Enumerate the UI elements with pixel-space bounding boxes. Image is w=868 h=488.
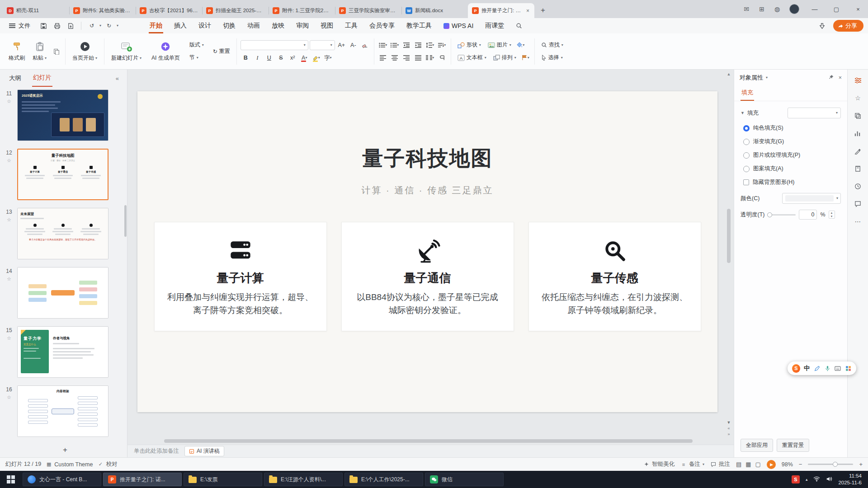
tab-slideshow[interactable]: 放映 xyxy=(266,18,290,33)
document-tab[interactable]: P附件5: 其他类实验室安全事 xyxy=(69,3,136,18)
ai-script-button[interactable]: AI 演讲稿 xyxy=(184,446,224,456)
clean-format-icon[interactable] xyxy=(816,20,828,31)
taskbar-app-folder[interactable]: E:\发票 xyxy=(184,473,262,486)
zoom-slider[interactable] xyxy=(808,464,853,465)
resource-icon[interactable] xyxy=(854,164,863,173)
star-icon[interactable]: ☆ xyxy=(7,158,11,164)
zoom-knob[interactable] xyxy=(833,462,838,467)
favorites-icon[interactable]: ☆ xyxy=(854,94,863,103)
volume-icon[interactable] xyxy=(826,476,832,483)
horizontal-scrollbar[interactable] xyxy=(141,439,716,443)
align-right-icon[interactable] xyxy=(401,53,412,62)
character-tools-button[interactable]: 字▾ xyxy=(323,53,333,63)
picture-button[interactable]: 图片▾ xyxy=(485,40,514,50)
redo-icon[interactable]: ↻ xyxy=(103,20,115,31)
apps-grid-icon[interactable]: ⊞ xyxy=(755,2,769,16)
card-quantum-sensing[interactable]: 量子传感 依托压缩态与纠缠态，在引力波探测、原子钟等领域刷新纪录。 xyxy=(528,222,701,331)
decrease-indent-icon[interactable] xyxy=(401,40,412,50)
ime-language-toggle[interactable]: 中 xyxy=(804,364,810,372)
zoom-in-icon[interactable]: + xyxy=(859,461,863,468)
bullet-list-icon[interactable]: ▾ xyxy=(378,40,388,50)
slider-knob[interactable] xyxy=(767,212,772,217)
tab-review[interactable]: 审阅 xyxy=(290,18,315,33)
numbered-list-icon[interactable]: ▾ xyxy=(390,40,400,50)
align-left-icon[interactable] xyxy=(378,53,388,62)
comments-button[interactable]: 批注 xyxy=(710,460,730,468)
slide-thumbnail-15[interactable]: 15☆ 量子力学 究竟是什么 作者与视角 xyxy=(3,326,127,378)
close-tab-icon[interactable]: × xyxy=(525,8,530,14)
transparency-input[interactable]: 0 xyxy=(799,210,817,220)
effects-icon[interactable] xyxy=(854,146,863,155)
step-down-icon[interactable]: ▼ xyxy=(829,215,835,218)
history-icon[interactable] xyxy=(854,182,863,191)
fill-preset-select[interactable]: ▾ xyxy=(788,108,841,118)
clear-format-icon[interactable] xyxy=(360,40,370,50)
tab-transition[interactable]: 切换 xyxy=(217,18,241,33)
star-icon[interactable]: ☆ xyxy=(7,394,11,400)
avatar[interactable] xyxy=(789,4,799,14)
tab-wps-ai[interactable]: WPS AI xyxy=(438,18,479,33)
ribbon-search[interactable] xyxy=(510,18,528,33)
scrollbar-thumb[interactable] xyxy=(164,439,693,443)
reading-view-icon[interactable]: ▢ xyxy=(755,461,760,468)
find-button[interactable]: 查找▾ xyxy=(538,40,566,50)
document-tab-active[interactable]: P推开量子之门: 诺奖轨迹× xyxy=(468,3,534,18)
increase-indent-icon[interactable] xyxy=(413,40,424,50)
superscript-button[interactable]: x² xyxy=(288,53,298,63)
fill-tool-icon[interactable]: ▾ xyxy=(515,40,526,50)
star-icon[interactable]: ☆ xyxy=(7,335,11,341)
font-size-select[interactable]: ▾ xyxy=(310,40,335,50)
maximize-button[interactable]: ▢ xyxy=(826,0,846,18)
tab-member[interactable]: 会员专享 xyxy=(363,18,401,33)
step-up-icon[interactable]: ▲ xyxy=(829,211,835,215)
tray-expand-icon[interactable]: ▴ xyxy=(806,477,808,482)
ai-generate-slide-button[interactable]: AI 生成单页 xyxy=(148,39,183,63)
line-spacing-icon[interactable]: ▾ xyxy=(425,40,435,50)
save-icon[interactable] xyxy=(38,20,49,31)
more-icon[interactable]: ⋯ xyxy=(854,217,863,226)
tab-animation[interactable]: 动画 xyxy=(241,18,266,33)
new-tab-button[interactable]: + xyxy=(537,5,549,16)
input-method-badge[interactable]: S xyxy=(792,475,800,483)
highlight-button[interactable]: ▾ xyxy=(311,53,321,63)
collapse-panel-icon[interactable]: « xyxy=(116,75,119,82)
italic-button[interactable]: I xyxy=(252,53,263,63)
thumbnail-scrollbar[interactable] xyxy=(124,205,127,237)
network-icon[interactable] xyxy=(813,476,820,483)
bold-button[interactable]: B xyxy=(241,53,251,63)
increase-font-icon[interactable]: A+ xyxy=(336,40,347,50)
play-from-current-button[interactable]: 当页开始▾ xyxy=(69,39,100,63)
layers-icon[interactable] xyxy=(854,111,863,120)
taskbar-app-folder[interactable]: E:\汪源个人资料\... xyxy=(264,473,343,486)
decrease-font-icon[interactable]: A- xyxy=(348,40,359,50)
ime-keyboard-icon[interactable] xyxy=(835,365,841,372)
star-icon[interactable]: ☆ xyxy=(7,217,11,223)
file-menu-button[interactable]: 文件 xyxy=(5,20,35,32)
beautify-button[interactable]: 智能美化 xyxy=(643,460,675,468)
tab-tools[interactable]: 工具 xyxy=(339,18,363,33)
comment-icon[interactable] xyxy=(854,199,863,208)
minimize-button[interactable]: — xyxy=(805,0,825,18)
tab-rain-classroom[interactable]: 雨课堂 xyxy=(479,18,510,33)
tab-teaching[interactable]: 教学工具 xyxy=(401,18,438,33)
fill-tab[interactable]: 填充 xyxy=(741,86,754,101)
tab-design[interactable]: 设计 xyxy=(193,18,217,33)
slide-subtitle[interactable]: 计算 · 通信 · 传感 三足鼎立 xyxy=(137,184,717,197)
format-painter-button[interactable]: 格式刷 xyxy=(5,39,28,63)
arrange-button[interactable]: 排列▾ xyxy=(491,53,519,62)
tab-view[interactable]: 视图 xyxy=(315,18,339,33)
star-icon[interactable]: ☆ xyxy=(7,276,11,282)
notes-placeholder[interactable]: 单击此处添加备注 xyxy=(134,447,179,455)
slideshow-play-button[interactable]: ▶ xyxy=(767,460,776,469)
ime-toolbar[interactable]: S 中 xyxy=(788,361,856,375)
slide-thumbnail-13[interactable]: 13☆ 未来展望 量子力学奠定这个世界的底层逻辑，塑造了几乎所有现代先进科技。 xyxy=(3,208,127,259)
text-direction-icon[interactable]: ▾ xyxy=(437,40,447,50)
start-button[interactable] xyxy=(0,471,22,488)
apply-all-button[interactable]: 全部应用 xyxy=(741,439,773,452)
reset-button[interactable]: ↻重置 xyxy=(210,47,233,56)
document-tab[interactable]: P三亚学院实验室审计问题整改 xyxy=(335,3,401,18)
taskbar-app-folder[interactable]: E:\个人工作\2025-... xyxy=(344,473,423,486)
pin-icon[interactable] xyxy=(828,74,834,81)
document-tab[interactable]: D稻壳-双11 xyxy=(3,3,69,18)
undo-caret-icon[interactable]: ▾ xyxy=(99,24,101,28)
